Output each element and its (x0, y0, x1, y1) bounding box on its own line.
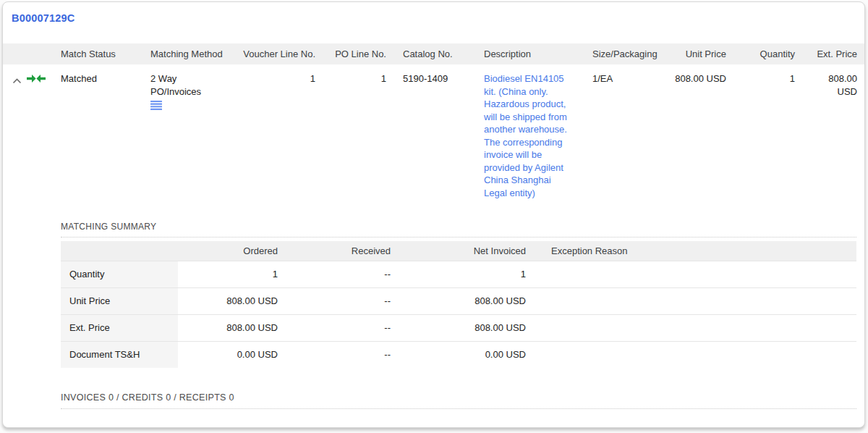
col-header-size-packaging: Size/Packaging (592, 43, 665, 64)
summary-col-net-invoiced: Net Invoiced (391, 241, 526, 261)
summary-net-invoiced-value: 1 (391, 261, 526, 287)
summary-received-value: -- (278, 315, 391, 341)
po-line-no-value: 1 (315, 64, 386, 199)
summary-ordered-value: 1 (178, 261, 278, 287)
summary-ordered-value: 0.00 USD (178, 342, 278, 368)
summary-net-invoiced-value: 808.00 USD (391, 315, 526, 341)
chevron-up-icon (12, 75, 22, 86)
summary-exception-reason-value (526, 342, 856, 368)
summary-col-ordered: Ordered (178, 241, 278, 261)
col-header-po-line-no: PO Line No. (315, 43, 386, 64)
description-link[interactable]: Biodiesel EN14105 kit. (China only. Haza… (484, 72, 574, 199)
collapse-row-button[interactable] (12, 75, 22, 88)
summary-row-label: Ext. Price (61, 315, 178, 341)
summary-header-row: Ordered Received Net Invoiced Exception … (61, 241, 856, 261)
summary-row-unit-price: Unit Price 808.00 USD -- 808.00 USD (61, 287, 856, 314)
line-items-header-row: Match Status Matching Method Voucher Lin… (3, 43, 864, 64)
summary-row-label: Unit Price (61, 288, 178, 314)
summary-received-value: -- (278, 342, 391, 368)
col-header-voucher-line-no: Voucher Line No. (234, 43, 315, 64)
col-header-match-status: Match Status (54, 43, 143, 64)
merge-arrows-icon (27, 75, 46, 85)
summary-received-value: -- (278, 261, 391, 287)
matching-detail-button[interactable] (150, 101, 162, 114)
summary-col-exception-reason: Exception Reason (526, 241, 856, 261)
summary-exception-reason-value (526, 315, 856, 341)
summary-row-ext-price: Ext. Price 808.00 USD -- 808.00 USD (61, 314, 856, 341)
col-header-catalog-no: Catalog No. (386, 43, 484, 64)
matching-summary-table: Ordered Received Net Invoiced Exception … (61, 241, 856, 368)
col-header-description: Description (484, 43, 592, 64)
summary-net-invoiced-value: 0.00 USD (391, 342, 526, 368)
matching-method-line2: PO/Invoices (150, 85, 234, 98)
summary-row-quantity: Quantity 1 -- 1 (61, 261, 856, 287)
ext-price-value: 808.00 USD (809, 72, 857, 98)
summary-net-invoiced-value: 808.00 USD (391, 288, 526, 314)
catalog-no-value: 5190-1409 (386, 64, 484, 199)
summary-exception-reason-value (526, 261, 856, 287)
summary-row-label: Quantity (61, 261, 178, 287)
list-icon (150, 101, 162, 112)
match-status-value: Matched (54, 64, 143, 199)
summary-row-document-tsh: Document TS&H 0.00 USD -- 0.00 USD (61, 341, 856, 368)
col-header-ext-price: Ext. Price (795, 43, 857, 64)
summary-col-received: Received (278, 241, 391, 261)
size-packaging-value: 1/EA (592, 64, 665, 199)
summary-exception-reason-value (526, 288, 856, 314)
summary-ordered-value: 808.00 USD (178, 288, 278, 314)
col-header-quantity: Quantity (726, 43, 795, 64)
col-header-matching-method: Matching Method (143, 43, 234, 64)
line-item-row: Matched 2 Way PO/Invoices 1 1 5190-1409 … (3, 64, 864, 199)
summary-received-value: -- (278, 288, 391, 314)
description-cell: Biodiesel EN14105 kit. (China only. Haza… (484, 64, 592, 199)
summary-ordered-value: 808.00 USD (178, 315, 278, 341)
unit-price-value: 808.00 USD (665, 64, 726, 199)
summary-header-spacer (61, 241, 178, 261)
voucher-number-link[interactable]: B00007129C (12, 12, 75, 24)
voucher-line-no-value: 1 (234, 64, 315, 199)
row-controls (3, 64, 54, 199)
quantity-value: 1 (726, 64, 795, 199)
matching-method-line1: 2 Way (150, 72, 234, 85)
matched-status-icon (27, 74, 46, 87)
matching-summary-label: MATCHING SUMMARY (61, 222, 856, 237)
summary-row-label: Document TS&H (61, 342, 178, 368)
col-header-unit-price: Unit Price (665, 43, 726, 64)
matching-method-value: 2 Way PO/Invoices (143, 64, 234, 199)
documents-counts-label: INVOICES 0 / CREDITS 0 / RECEIPTS 0 (61, 392, 856, 409)
voucher-detail-card: B00007129C Match Status Matching Method … (2, 1, 865, 428)
ext-price-cell: 808.00 USD (795, 64, 857, 199)
